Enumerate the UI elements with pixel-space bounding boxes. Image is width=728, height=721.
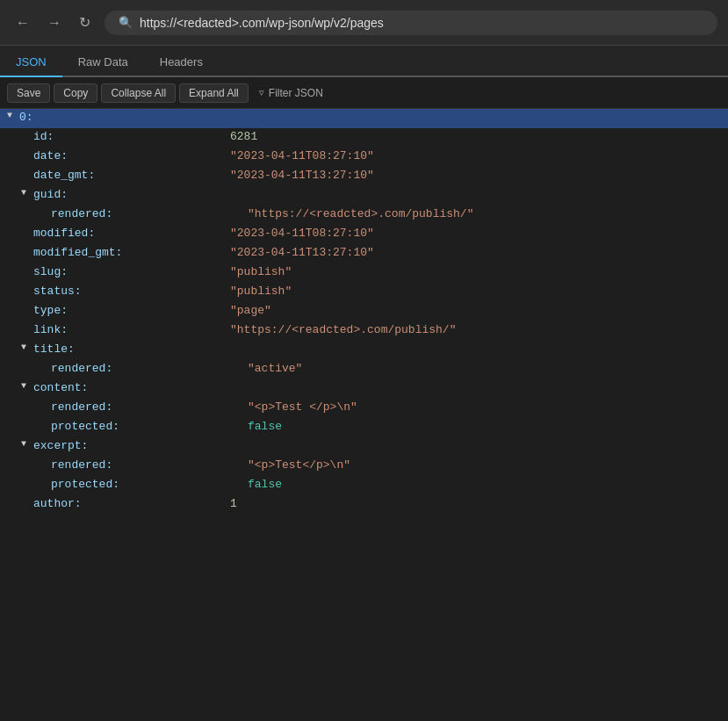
json-val-date: "2023-04-11T08:27:10" — [230, 149, 374, 162]
json-row-link: link: "https://<readcted>.com/publish/" — [0, 321, 728, 341]
search-icon: 🔍 — [119, 16, 133, 30]
json-row-excerpt-protected: protected: false — [0, 476, 728, 495]
json-row-id: id: 6281 — [0, 128, 728, 148]
back-button[interactable]: ← — [11, 11, 35, 34]
address-bar[interactable]: 🔍 https://<redacted>.com/wp-json/wp/v2/p… — [105, 11, 717, 35]
json-row-guid-rendered: rendered: "https://<readcted>.com/publis… — [0, 205, 728, 225]
json-key-type: type: — [33, 304, 227, 317]
spacer-icon — [21, 323, 32, 333]
json-val-excerpt-rendered: "<p>Test</p>\n" — [248, 458, 350, 472]
spacer-icon — [21, 497, 32, 507]
tab-raw-data[interactable]: Raw Data — [62, 48, 144, 77]
json-key-excerpt: excerpt: — [33, 439, 88, 452]
json-key-slug: slug: — [33, 265, 227, 278]
json-row-slug: slug: "publish" — [0, 263, 728, 283]
spacer-icon — [21, 265, 32, 275]
spacer-icon — [21, 246, 32, 256]
json-root-row[interactable]: ▼ 0: — [0, 109, 728, 128]
url-text: https://<redacted>.com/wp-json/wp/v2/pag… — [140, 16, 384, 30]
filter-icon: ▿ — [259, 87, 264, 98]
filter-label: Filter JSON — [269, 87, 323, 99]
json-val-modified: "2023-04-11T08:27:10" — [230, 227, 374, 240]
json-row-modified: modified: "2023-04-11T08:27:10" — [0, 225, 728, 244]
json-row-title[interactable]: ▼ title: — [0, 341, 728, 360]
json-row-guid[interactable]: ▼ guid: — [0, 186, 728, 205]
json-key-status: status: — [33, 285, 227, 298]
json-val-type: "page" — [230, 304, 271, 317]
spacer-icon — [39, 420, 49, 429]
json-val-link: "https://<readcted>.com/publish/" — [230, 323, 456, 336]
json-viewer[interactable]: ▼ 0: id: 6281 date: "2023-04-11T08:27:10… — [0, 109, 728, 721]
json-row-content[interactable]: ▼ content: — [0, 379, 728, 399]
nav-buttons: ← → ↻ — [11, 11, 96, 34]
json-row-title-rendered: rendered: "active" — [0, 360, 728, 379]
json-key-title-rendered: rendered: — [51, 362, 244, 375]
json-root-key: 0: — [19, 111, 33, 124]
json-val-title-rendered: "active" — [248, 362, 302, 375]
refresh-button[interactable]: ↻ — [74, 11, 96, 34]
json-val-content-rendered: "<p>Test </p>\n" — [248, 400, 357, 414]
copy-button[interactable]: Copy — [54, 83, 97, 103]
json-val-slug: "publish" — [230, 265, 292, 278]
spacer-icon — [21, 149, 32, 159]
spacer-icon — [21, 304, 32, 314]
spacer-icon — [21, 169, 32, 178]
filter-json-button[interactable]: ▿ Filter JSON — [252, 84, 330, 102]
collapse-arrow-title[interactable]: ▼ — [21, 342, 32, 352]
json-row-date: date: "2023-04-11T08:27:10" — [0, 148, 728, 167]
collapse-arrow-root[interactable]: ▼ — [7, 111, 18, 120]
json-key-content-rendered: rendered: — [51, 400, 244, 414]
json-key-guid-rendered: rendered: — [51, 207, 244, 220]
spacer-icon — [21, 227, 32, 236]
json-row-excerpt-rendered: rendered: "<p>Test</p>\n" — [0, 457, 728, 476]
json-row-excerpt[interactable]: ▼ excerpt: — [0, 437, 728, 457]
collapse-arrow-excerpt[interactable]: ▼ — [21, 439, 32, 449]
collapse-arrow-content[interactable]: ▼ — [21, 381, 32, 391]
json-key-title: title: — [33, 342, 75, 356]
tab-json[interactable]: JSON — [0, 48, 62, 77]
json-key-date: date: — [33, 149, 227, 162]
json-key-guid: guid: — [33, 188, 68, 201]
json-row-type: type: "page" — [0, 302, 728, 321]
json-row-status: status: "publish" — [0, 283, 728, 302]
json-val-date-gmt: "2023-04-11T13:27:10" — [230, 169, 374, 182]
spacer-icon — [39, 478, 49, 487]
collapse-all-button[interactable]: Collapse All — [101, 83, 176, 103]
json-val-id: 6281 — [230, 130, 257, 143]
json-val-modified-gmt: "2023-04-11T13:27:10" — [230, 246, 374, 259]
json-row-author: author: 1 — [0, 495, 728, 515]
json-key-id: id: — [33, 130, 227, 143]
json-val-excerpt-protected: false — [248, 478, 282, 491]
save-button[interactable]: Save — [7, 83, 50, 103]
json-val-author: 1 — [230, 497, 237, 510]
spacer-icon — [21, 285, 32, 294]
json-row-modified-gmt: modified_gmt: "2023-04-11T13:27:10" — [0, 244, 728, 263]
spacer-icon — [39, 207, 49, 217]
json-row-date-gmt: date_gmt: "2023-04-11T13:27:10" — [0, 167, 728, 186]
json-row-content-rendered: rendered: "<p>Test </p>\n" — [0, 399, 728, 418]
forward-button[interactable]: → — [42, 11, 67, 34]
tab-headers[interactable]: Headers — [144, 48, 219, 77]
json-row-content-protected: protected: false — [0, 418, 728, 437]
tab-bar: JSON Raw Data Headers — [0, 46, 728, 77]
json-val-content-protected: false — [248, 420, 282, 433]
json-key-link: link: — [33, 323, 227, 336]
json-key-excerpt-rendered: rendered: — [51, 458, 244, 472]
toolbar: Save Copy Collapse All Expand All ▿ Filt… — [0, 77, 728, 109]
spacer-icon — [39, 362, 49, 371]
json-key-content-protected: protected: — [51, 420, 244, 433]
json-key-content: content: — [33, 381, 88, 394]
collapse-arrow-guid[interactable]: ▼ — [21, 188, 32, 198]
json-key-modified-gmt: modified_gmt: — [33, 246, 227, 259]
expand-all-button[interactable]: Expand All — [179, 83, 249, 103]
spacer-icon — [21, 130, 32, 140]
json-key-author: author: — [33, 497, 227, 510]
spacer-icon — [39, 400, 49, 410]
browser-bar: ← → ↻ 🔍 https://<redacted>.com/wp-json/w… — [0, 0, 728, 46]
spacer-icon — [39, 458, 49, 468]
json-key-modified: modified: — [33, 227, 227, 240]
json-key-date-gmt: date_gmt: — [33, 169, 227, 182]
json-val-guid-rendered: "https://<readcted>.com/publish/" — [248, 207, 473, 220]
json-val-status: "publish" — [230, 285, 292, 298]
json-key-excerpt-protected: protected: — [51, 478, 244, 491]
